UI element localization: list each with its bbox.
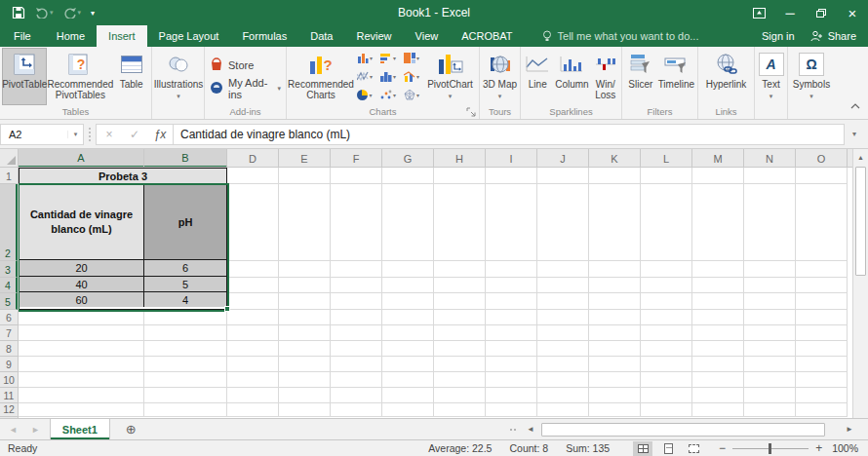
grid-cell-K7[interactable]: [589, 325, 641, 341]
grid-cell-J8[interactable]: [537, 341, 589, 357]
grid-cell-H6[interactable]: [434, 310, 486, 325]
grid-cell-M1[interactable]: [692, 168, 744, 184]
zoom-slider-thumb[interactable]: [769, 443, 771, 454]
grid-cell-G8[interactable]: [382, 341, 434, 357]
redo-icon[interactable]: ▾: [59, 2, 86, 23]
grid-cell-I8[interactable]: [486, 341, 537, 357]
grid-cell-K2[interactable]: [589, 184, 641, 261]
grid-cell-J2[interactable]: [537, 184, 589, 261]
row-header-1[interactable]: 1: [0, 168, 18, 184]
grid-cell-B7[interactable]: [144, 325, 227, 341]
grid-cell-J3[interactable]: [537, 261, 589, 278]
insert-combo-chart-button[interactable]: ▾: [400, 67, 423, 86]
grid-cell-K3[interactable]: [589, 261, 641, 278]
pivotchart-button[interactable]: PivotChart ▾: [423, 48, 477, 105]
grid-cell-H2[interactable]: [434, 184, 486, 261]
grid-cell-B11[interactable]: [144, 388, 227, 403]
grid-cell-D7[interactable]: [227, 325, 279, 341]
grid-cell-G12[interactable]: [382, 403, 434, 417]
grid-cell-D9[interactable]: [227, 357, 279, 372]
scroll-up-icon[interactable]: ▲: [853, 149, 868, 165]
column-header-F[interactable]: F: [331, 149, 382, 168]
cell-A2-active[interactable]: Cantidad de vinagre blanco (mL): [20, 184, 144, 259]
sheet-tab-sheet1[interactable]: Sheet1: [50, 419, 110, 439]
grid-cell-J1[interactable]: [537, 168, 589, 184]
formula-input[interactable]: Cantidad de vinagre blanco (mL): [173, 124, 845, 145]
grid-cell-I9[interactable]: [486, 357, 537, 372]
grid-cell-L3[interactable]: [641, 261, 692, 278]
grid-cell-G4[interactable]: [382, 278, 434, 293]
grid-cell-K12[interactable]: [589, 403, 641, 417]
scrollbar-resize-grip[interactable]: [510, 429, 516, 431]
grid-cell-E4[interactable]: [279, 278, 331, 293]
grid-cell-K6[interactable]: [589, 310, 641, 325]
ribbon-display-options-icon[interactable]: [743, 0, 774, 25]
minimize-button[interactable]: ─: [774, 0, 806, 25]
grid-cell-E10[interactable]: [279, 372, 331, 388]
grid-cell-J5[interactable]: [537, 293, 589, 310]
row-header-12[interactable]: 12: [0, 403, 18, 417]
grid-cell-J12[interactable]: [537, 403, 589, 417]
threed-map-button[interactable]: 3D Map ▾: [482, 48, 518, 105]
cell-B3[interactable]: 6: [144, 260, 226, 276]
grid-cell-N5[interactable]: [744, 293, 796, 310]
grid-cell-E12[interactable]: [279, 403, 331, 417]
grid-cell-E8[interactable]: [279, 341, 331, 357]
formula-bar-grip[interactable]: [84, 128, 96, 141]
grid-cell-H11[interactable]: [434, 388, 486, 403]
grid-cell-M10[interactable]: [692, 372, 744, 388]
table-button[interactable]: Table: [113, 48, 149, 105]
normal-view-button[interactable]: [633, 441, 652, 456]
grid-cell-O3[interactable]: [796, 261, 848, 278]
sign-in-button[interactable]: Sign in: [762, 30, 795, 42]
grid-cell-L12[interactable]: [641, 403, 692, 417]
grid-cell-E1[interactable]: [279, 168, 331, 184]
insert-stock-chart-button[interactable]: ▾: [353, 67, 376, 86]
row-header-4[interactable]: 4: [0, 278, 18, 293]
grid-cell-A6[interactable]: [19, 310, 144, 325]
chevron-down-icon[interactable]: ▾: [67, 131, 83, 138]
timeline-button[interactable]: Timeline: [657, 48, 695, 105]
grid-cell-K5[interactable]: [589, 293, 641, 310]
insert-pie-chart-button[interactable]: ▾: [353, 86, 376, 104]
grid-cell-I12[interactable]: [486, 403, 537, 417]
recommended-pivottables-button[interactable]: ? Recommended PivotTables: [47, 48, 113, 105]
grid-cell-D6[interactable]: [227, 310, 279, 325]
restore-button[interactable]: [806, 0, 837, 25]
grid-cell-H9[interactable]: [434, 357, 486, 372]
grid-cell-O4[interactable]: [796, 278, 848, 293]
grid-cell-G5[interactable]: [382, 293, 434, 310]
row-header-11[interactable]: 11: [0, 388, 18, 403]
grid-cell-E7[interactable]: [279, 325, 331, 341]
grid-cell-N7[interactable]: [744, 325, 796, 341]
grid-cell-K8[interactable]: [589, 341, 641, 357]
grid-cell-E5[interactable]: [279, 293, 331, 310]
cell-B5[interactable]: 4: [144, 292, 226, 307]
column-header-M[interactable]: M: [692, 149, 744, 168]
scroll-right-icon[interactable]: ►: [843, 425, 856, 434]
column-header-B[interactable]: B: [144, 149, 227, 168]
grid-cell-I10[interactable]: [486, 372, 537, 388]
grid-cell-O1[interactable]: [796, 168, 848, 184]
name-box[interactable]: A2 ▾: [0, 124, 84, 145]
hyperlink-button[interactable]: Hyperlink: [700, 48, 752, 105]
grid-cell-L8[interactable]: [641, 341, 692, 357]
tab-acrobat[interactable]: ACROBAT: [450, 25, 524, 47]
grid-cell-G1[interactable]: [382, 168, 434, 184]
cell-A3[interactable]: 20: [20, 260, 144, 276]
grid-cell-H10[interactable]: [434, 372, 486, 388]
cell-B2[interactable]: pH: [144, 184, 226, 259]
grid-cell-D5[interactable]: [227, 293, 279, 310]
grid-cell-A10[interactable]: [19, 372, 144, 388]
horizontal-scrollbar[interactable]: ◄ ►: [510, 422, 856, 437]
grid-cell-O6[interactable]: [796, 310, 848, 325]
grid-cell-M6[interactable]: [692, 310, 744, 325]
grid-cell-F8[interactable]: [331, 341, 382, 357]
grid-cell-H8[interactable]: [434, 341, 486, 357]
grid-cell-I5[interactable]: [486, 293, 537, 310]
grid-cell-N4[interactable]: [744, 278, 796, 293]
tab-insert[interactable]: Insert: [97, 25, 147, 47]
grid-cell-G9[interactable]: [382, 357, 434, 372]
grid-cell-I1[interactable]: [486, 168, 537, 184]
zoom-slider[interactable]: [732, 448, 809, 449]
